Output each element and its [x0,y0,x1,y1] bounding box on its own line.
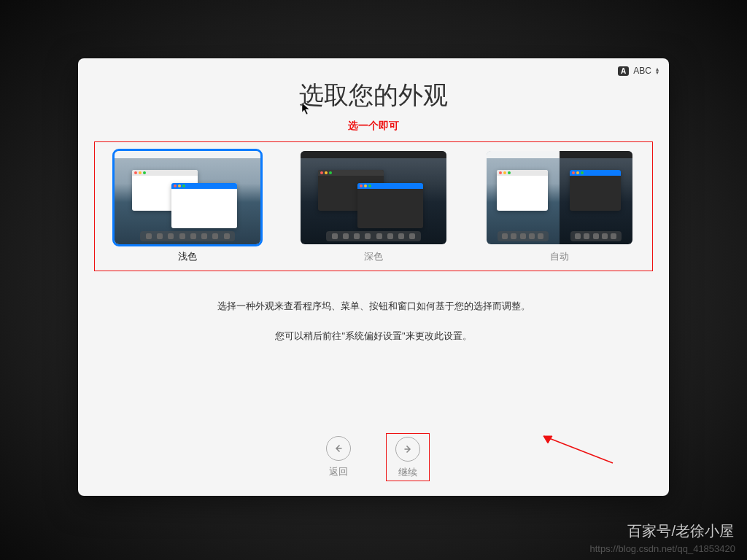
appearance-thumb-dark [301,151,446,244]
appearance-option-light[interactable]: 浅色 [107,151,268,263]
chevron-updown-icon: ▴▾ [656,67,659,74]
arrow-left-icon [326,436,351,461]
continue-button[interactable]: 继续 [395,436,421,480]
appearance-option-auto[interactable]: 自动 [479,151,640,263]
appearance-options-annotation-box: 浅色 深色 [94,141,653,271]
continue-button-label: 继续 [398,467,417,478]
appearance-option-label: 浅色 [107,250,268,263]
svg-line-0 [543,436,613,463]
cursor-icon [301,102,311,118]
appearance-option-label: 深色 [293,250,454,263]
back-button[interactable]: 返回 [326,436,351,480]
appearance-option-dark[interactable]: 深色 [293,151,454,263]
annotation-subtitle: 选一个即可 [78,120,669,133]
appearance-thumb-light [115,151,260,244]
back-button-label: 返回 [329,466,348,477]
annotation-arrow-icon [536,430,616,470]
input-method-indicator[interactable]: A ABC ▴▾ [618,66,659,76]
continue-annotation-box: 继续 [386,433,430,481]
arrow-right-icon [395,437,420,462]
setup-panel: A ABC ▴▾ 选取您的外观 选一个即可 浅色 [78,58,669,496]
footer-watermark: https://blog.csdn.net/qq_41853420 [590,543,736,554]
page-title: 选取您的外观 [78,79,669,112]
ime-badge: A [618,66,629,76]
appearance-thumb-auto [487,151,632,244]
appearance-option-label: 自动 [479,250,640,263]
svg-marker-1 [543,436,552,443]
ime-label: ABC [633,66,651,76]
description-text: 选择一种外观来查看程序坞、菜单、按钮和窗口如何基于您的选择而调整。 您可以稍后前… [78,298,669,345]
footer-credit: 百家号/老徐小屋 [627,521,734,541]
